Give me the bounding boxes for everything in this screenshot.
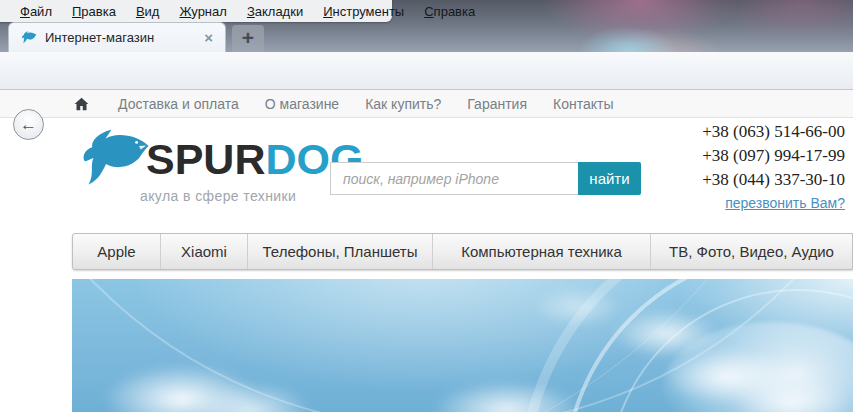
site-search-button[interactable]: найти xyxy=(578,162,641,195)
phones-block: +38 (063) 514-66-00+38 (097) 994-17-99+3… xyxy=(702,120,845,212)
site-nav-link[interactable]: Как купить? xyxy=(352,96,454,112)
browser-menubar: ФайлПравкаВидЖурналЗакладкиИнструментыСп… xyxy=(0,0,392,22)
site-nav-link[interactable]: Контакты xyxy=(540,96,626,112)
menubar-item[interactable]: Файл xyxy=(10,4,62,19)
new-tab-button[interactable]: + xyxy=(232,25,264,52)
browser-chrome: ФайлПравкаВидЖурналЗакладкиИнструментыСп… xyxy=(0,0,853,52)
tab-close-icon[interactable]: × xyxy=(200,28,217,47)
site-nav-link[interactable]: Гарантия xyxy=(454,96,540,112)
page-content: Доставка и оплатаО магазинеКак купить?Га… xyxy=(0,90,853,412)
site-search: найти xyxy=(330,162,641,195)
phone-number: +38 (044) 337-30-10 xyxy=(702,168,845,192)
phone-number: +38 (063) 514-66-00 xyxy=(702,120,845,144)
site-search-input[interactable] xyxy=(330,162,578,195)
callback-link[interactable]: перезвонить Вам? xyxy=(725,195,845,211)
category-menu: AppleXiaomiТелефоны, ПланшетыКомпьютерна… xyxy=(72,233,853,270)
menubar-item[interactable]: Инструменты xyxy=(313,4,414,19)
hero-banner-image[interactable] xyxy=(72,279,853,412)
logo-spur: SPUR xyxy=(146,135,265,183)
site-top-nav: Доставка и оплатаО магазинеКак купить?Га… xyxy=(0,90,853,118)
site-nav-link[interactable]: О магазине xyxy=(252,96,352,112)
menubar-item[interactable]: Вид xyxy=(126,4,170,19)
browser-toolbar: ← i spurdog.com.ua ↻ Поиск xyxy=(0,52,853,90)
menubar-item[interactable]: Правка xyxy=(62,4,126,19)
category-menu-item[interactable]: Телефоны, Планшеты xyxy=(248,234,433,269)
phone-number: +38 (097) 994-17-99 xyxy=(702,144,845,168)
shark-favicon-icon xyxy=(21,30,37,45)
logo-tagline: акула в сфере техники xyxy=(140,188,296,204)
category-menu-item[interactable]: Компьютерная техника xyxy=(433,234,651,269)
category-menu-item[interactable]: ТВ, Фото, Видео, Аудио xyxy=(651,234,852,269)
browser-tab[interactable]: Интернет-магазин × xyxy=(8,22,226,52)
menubar-item[interactable]: Закладки xyxy=(237,4,313,19)
site-logo[interactable]: SPURDOG акула в сфере техники xyxy=(76,128,316,208)
tab-title: Интернет-магазин xyxy=(45,30,200,45)
cloud-decoration xyxy=(532,287,622,327)
home-icon[interactable] xyxy=(74,97,89,111)
back-button[interactable]: ← xyxy=(13,109,44,140)
category-menu-item[interactable]: Apple xyxy=(73,234,161,269)
category-menu-item[interactable]: Xiaomi xyxy=(161,234,248,269)
shark-logo-icon xyxy=(78,128,152,188)
site-nav-link[interactable]: Доставка и оплата xyxy=(105,96,252,112)
site-nav-links: Доставка и оплатаО магазинеКак купить?Га… xyxy=(105,95,626,113)
menubar-item[interactable]: Журнал xyxy=(169,4,236,19)
phone-list: +38 (063) 514-66-00+38 (097) 994-17-99+3… xyxy=(702,120,845,192)
menubar-item[interactable]: Справка xyxy=(414,4,485,19)
